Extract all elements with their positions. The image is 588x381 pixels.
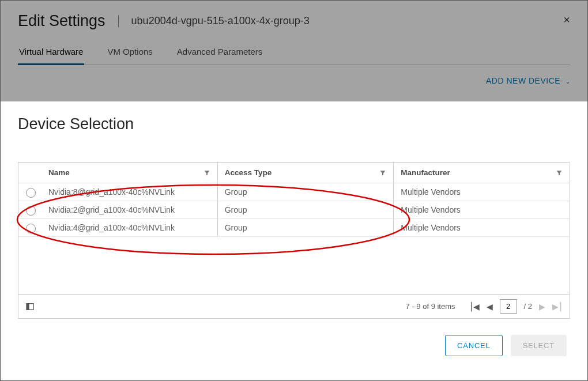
cell-name: Nvidia:4@grid_a100x-40c%NVLink (42, 219, 218, 236)
column-header-name: Name (42, 163, 218, 183)
select-button[interactable]: SELECT (511, 335, 567, 356)
table-row: Nvidia:2@grid_a100x-40c%NVLink Group Mul… (18, 201, 570, 219)
row-select-radio[interactable] (26, 206, 36, 216)
pager-total: / 2 (524, 302, 532, 311)
column-header-access-label: Access Type (225, 168, 272, 177)
modal-backdrop-overlay (1, 1, 587, 101)
column-header-manufacturer: Manufacturer (394, 163, 570, 183)
column-header-manufacturer-label: Manufacturer (401, 168, 450, 177)
cell-name: Nvidia:8@grid_a100x-40c%NVLink (42, 183, 218, 201)
cell-access: Group (218, 219, 394, 236)
cell-access: Group (218, 201, 394, 218)
cell-manufacturer: Multiple Vendors (394, 219, 570, 236)
filter-icon[interactable] (203, 169, 210, 176)
table-footer: 7 - 9 of 9 items ⎮◀ ◀ / 2 ▶ ▶⎮ (18, 294, 570, 318)
pager-last-icon[interactable]: ▶⎮ (552, 302, 563, 311)
select-column-header (18, 163, 42, 183)
cell-manufacturer: Multiple Vendors (394, 201, 570, 218)
column-header-access: Access Type (218, 163, 394, 183)
cancel-button[interactable]: CANCEL (445, 335, 503, 356)
cell-access: Group (218, 183, 394, 201)
device-table: Name Access Type Manufacturer Nvidia:8@g… (18, 162, 570, 319)
cell-manufacturer: Multiple Vendors (394, 183, 570, 201)
column-header-name-label: Name (48, 168, 70, 177)
modal-title: Device Selection (18, 115, 570, 133)
pager-first-icon[interactable]: ⎮◀ (469, 302, 480, 311)
filter-icon[interactable] (556, 169, 563, 176)
modal-actions: CANCEL SELECT (18, 319, 570, 356)
table-row: Nvidia:4@grid_a100x-40c%NVLink Group Mul… (18, 219, 570, 237)
svg-rect-1 (27, 303, 29, 310)
pager: ⎮◀ ◀ / 2 ▶ ▶⎮ (469, 299, 563, 314)
pager-range: 7 - 9 of 9 items (406, 302, 455, 311)
pager-prev-icon[interactable]: ◀ (487, 302, 493, 311)
row-select-radio[interactable] (26, 188, 36, 198)
column-picker-icon[interactable] (25, 302, 35, 311)
table-header-row: Name Access Type Manufacturer (18, 163, 570, 183)
table-row: Nvidia:8@grid_a100x-40c%NVLink Group Mul… (18, 183, 570, 201)
cell-name: Nvidia:2@grid_a100x-40c%NVLink (42, 201, 218, 218)
device-selection-modal: Device Selection Name Access Type Manufa… (1, 101, 587, 380)
filter-icon[interactable] (379, 169, 386, 176)
table-body: Nvidia:8@grid_a100x-40c%NVLink Group Mul… (18, 183, 570, 294)
pager-page-input[interactable] (500, 299, 517, 314)
row-select-radio[interactable] (26, 224, 36, 233)
pager-next-icon[interactable]: ▶ (539, 302, 545, 311)
